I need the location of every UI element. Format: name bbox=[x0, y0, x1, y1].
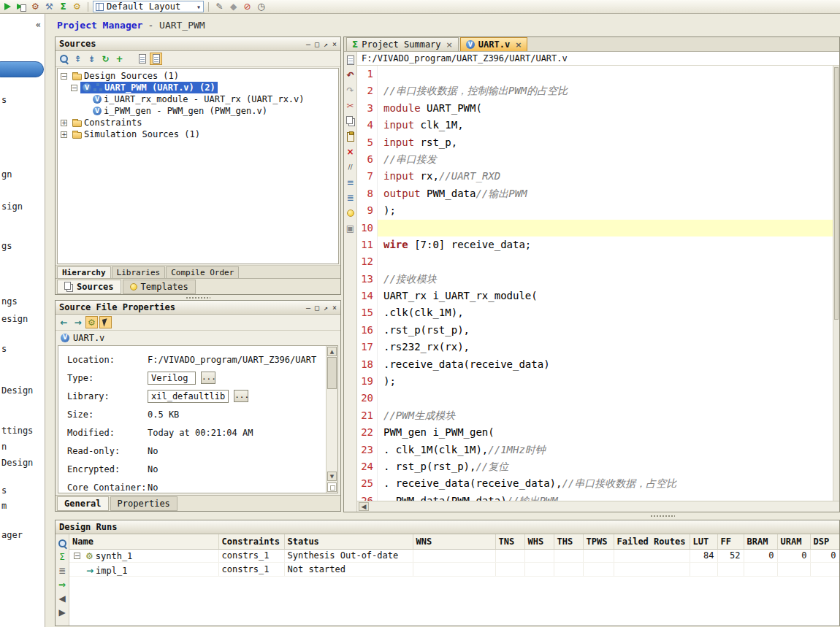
maximize-button[interactable]: □ bbox=[315, 304, 319, 312]
design-run-row[interactable]: −⚙synth_1constrs_1Synthesis Out-of-date8… bbox=[69, 549, 839, 562]
minimize-button[interactable]: – bbox=[306, 40, 310, 48]
collapse-flow-navigator-button[interactable]: « bbox=[36, 20, 41, 30]
back-icon[interactable]: ← bbox=[58, 316, 70, 328]
scroll-to-selected-icon[interactable] bbox=[150, 53, 162, 65]
tab-general[interactable]: General bbox=[57, 496, 109, 511]
float-button[interactable]: ↗ bbox=[324, 304, 328, 312]
code-line[interactable]: .rs232_rx(rx), bbox=[378, 339, 839, 355]
refresh-icon[interactable]: ↻ bbox=[99, 53, 112, 65]
column-header-dsp[interactable]: DSP bbox=[810, 534, 839, 549]
code-line[interactable]: wire [7:0] receive_data; bbox=[378, 236, 839, 253]
code-line[interactable]: //串口接收数据，控制输出PWM的占空比 bbox=[378, 82, 839, 99]
scrollbar-corner-button[interactable] bbox=[327, 482, 337, 492]
filter-icon[interactable]: Σ bbox=[56, 551, 68, 563]
disable-pointer-icon[interactable]: ⊘ bbox=[241, 1, 253, 13]
tree-item[interactable]: Vi_UART_rx_module - UART_rx (UART_rx.v) bbox=[58, 93, 338, 105]
column-header-ths[interactable]: THS bbox=[554, 534, 583, 549]
code-line[interactable]: module UART_PWM( bbox=[378, 100, 839, 117]
code-line[interactable]: input rst_p, bbox=[378, 134, 839, 151]
browse-button[interactable]: ... bbox=[201, 372, 215, 384]
properties-scrollbar[interactable]: ▲ ▼ bbox=[326, 346, 337, 493]
code-line[interactable] bbox=[378, 220, 839, 236]
tools-icon[interactable]: ⚒ bbox=[43, 1, 56, 13]
column-header-ff[interactable]: FF bbox=[717, 534, 744, 549]
flow-navigator-item-fragment[interactable]: Design bbox=[1, 458, 33, 468]
tree-item[interactable]: Vi_PWM_gen - PWM_gen (PWM_gen.v) bbox=[58, 105, 338, 117]
flow-navigator-item-fragment[interactable]: esign bbox=[1, 314, 28, 324]
code-line[interactable]: ); bbox=[378, 373, 839, 390]
minimize-button[interactable]: – bbox=[306, 304, 310, 312]
scroll-left-button[interactable]: ◀ bbox=[359, 502, 369, 511]
settings-gear-icon[interactable]: ⚙ bbox=[71, 1, 83, 13]
code-line[interactable]: UART_rx i_UART_rx_module( bbox=[378, 288, 839, 304]
toggle-comment-icon[interactable]: // bbox=[345, 161, 356, 173]
collapse-expander-icon[interactable]: − bbox=[61, 73, 67, 80]
code-line[interactable]: . receive_data(receive_data),//串口接收数据，占空… bbox=[378, 475, 839, 492]
code-line[interactable]: //PWM生成模块 bbox=[378, 407, 839, 424]
code-line[interactable]: . clk_1M(clk_1M),//1MHz时钟 bbox=[378, 442, 839, 458]
flow-navigator-item-fragment[interactable]: s bbox=[1, 344, 7, 354]
collapse-all-icon[interactable]: ⇞ bbox=[72, 53, 84, 65]
open-file-icon[interactable] bbox=[136, 53, 148, 65]
column-header-tpws[interactable]: TPWS bbox=[583, 534, 614, 549]
scrollbar-thumb[interactable] bbox=[327, 357, 337, 389]
code-line[interactable] bbox=[378, 253, 839, 270]
forward-icon[interactable]: → bbox=[72, 316, 84, 328]
expand-all-icon[interactable]: ⇟ bbox=[85, 53, 98, 65]
step-back-icon[interactable]: ◀ bbox=[56, 593, 68, 604]
flow-navigator-item-fragment[interactable]: m bbox=[1, 501, 7, 511]
column-header-constraints[interactable]: Constraints bbox=[218, 534, 284, 549]
bottom-panel-splitter[interactable] bbox=[55, 512, 840, 520]
guard-icon[interactable]: ▣ bbox=[345, 223, 356, 234]
code-line[interactable]: . PWM_data(PWM_data)//输出PWM bbox=[378, 493, 839, 501]
flow-navigator-item-fragment[interactable]: ager bbox=[1, 530, 23, 540]
flow-navigator-item-fragment[interactable]: n bbox=[1, 442, 7, 452]
left-panel-splitter[interactable] bbox=[55, 295, 341, 300]
code-line[interactable]: . rst_p(rst_p),//复位 bbox=[378, 458, 839, 475]
close-button[interactable]: × bbox=[332, 40, 337, 48]
tab-templates[interactable]: Templates bbox=[123, 280, 196, 294]
code-line[interactable] bbox=[378, 66, 839, 82]
editor-tab-project-summary[interactable]: ΣProject Summary× bbox=[346, 37, 459, 51]
select-pointer-icon[interactable] bbox=[99, 316, 112, 328]
design-run-row[interactable]: →impl_1constrs_1Not started bbox=[69, 562, 839, 576]
launch-runs-icon[interactable]: ⇒ bbox=[56, 579, 68, 591]
search-icon[interactable] bbox=[58, 53, 70, 65]
splitter-handle[interactable] bbox=[186, 296, 210, 299]
code-line[interactable]: .rst_p(rst_p), bbox=[378, 322, 839, 339]
options-icon[interactable]: ≣ bbox=[56, 565, 68, 577]
property-value-input[interactable]: xil_defaultlib bbox=[148, 390, 229, 403]
code-line[interactable]: ); bbox=[378, 202, 839, 219]
editor-horizontal-scrollbar[interactable]: ◀ bbox=[357, 501, 839, 512]
bulb-icon[interactable] bbox=[345, 207, 356, 219]
code-line[interactable]: input clk_1M, bbox=[378, 117, 839, 134]
beautify-icon[interactable]: ≣ bbox=[345, 192, 356, 204]
undo-icon[interactable]: ↶ bbox=[345, 69, 356, 81]
flow-navigator-item-fragment[interactable]: sign bbox=[1, 201, 23, 212]
column-header-uram[interactable]: URAM bbox=[777, 534, 810, 549]
close-tab-icon[interactable]: × bbox=[446, 40, 453, 50]
code-area[interactable]: 1234567891011121314151617181920212223242… bbox=[357, 66, 839, 501]
delete-icon[interactable]: × bbox=[345, 146, 356, 158]
close-button[interactable]: × bbox=[332, 304, 337, 312]
code-line[interactable]: output PWM_data//输出PWM bbox=[378, 185, 839, 202]
column-header-status[interactable]: Status bbox=[284, 534, 413, 549]
sources-panel-header[interactable]: Sources –□↗× bbox=[56, 37, 340, 51]
code-line[interactable]: //接收模块 bbox=[378, 271, 839, 288]
program-debug-icon[interactable]: ⚙ bbox=[29, 1, 42, 13]
cut-icon[interactable]: ✂ bbox=[345, 100, 356, 112]
code-line[interactable]: input rx,//UART_RXD bbox=[378, 168, 839, 185]
splitter-handle[interactable] bbox=[650, 515, 675, 518]
flow-navigator-item-fragment[interactable]: s bbox=[1, 95, 7, 105]
tree-item[interactable]: +Constraints bbox=[58, 117, 338, 128]
editor-vertical-scrollbar[interactable] bbox=[833, 66, 839, 501]
scrollbar-thumb[interactable] bbox=[834, 67, 839, 320]
layout-caret-icon[interactable]: ▾ bbox=[196, 3, 201, 11]
tab-properties[interactable]: Properties bbox=[110, 496, 177, 511]
column-header-tns[interactable]: TNS bbox=[495, 534, 524, 549]
tab-sources[interactable]: Sources bbox=[57, 280, 121, 294]
column-header-failed-routes[interactable]: Failed Routes bbox=[614, 534, 690, 549]
flow-navigator-item-fragment[interactable]: gn bbox=[1, 169, 12, 180]
copy-icon[interactable] bbox=[345, 115, 356, 127]
collapse-expander-icon[interactable]: − bbox=[71, 85, 77, 91]
